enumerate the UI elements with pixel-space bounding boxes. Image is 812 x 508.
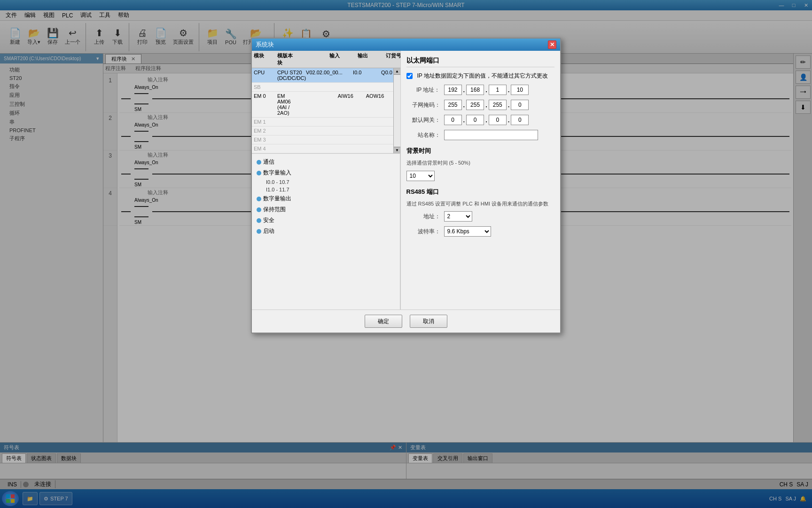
module-scrollbar[interactable]: ▲ ▼ <box>393 68 400 153</box>
ethernet-section-title: 以太网端口 <box>406 56 555 67</box>
rs485-addr-label: 地址： <box>406 213 444 221</box>
gateway-row: 默认网关： . . . <box>406 115 555 125</box>
input-em0: AIW16 <box>338 93 366 116</box>
col-version: 版本 <box>282 52 329 66</box>
slot-em1: EM 1 <box>254 119 277 125</box>
ip-seg-4[interactable] <box>511 85 529 95</box>
gateway-label: 默认网关： <box>406 116 444 124</box>
module-cpu: CPU ST20 (DC/DC/DC) <box>277 70 306 81</box>
module-row-sb[interactable]: SB <box>252 83 393 92</box>
nav-startup-bullet <box>257 229 261 234</box>
nav-security-label: 安全 <box>263 216 274 224</box>
nav-security-bullet <box>257 218 261 223</box>
gateway-dot-3: . <box>508 117 510 124</box>
nav-digital-input-label: 数字量输入 <box>263 169 291 177</box>
dialog-overlay: 系统块 ✕ 模块 模块 版本 输入 输出 订货号 <box>0 0 812 508</box>
subnet-seg-2[interactable] <box>466 100 484 110</box>
module-table-body: CPU CPU ST20 (DC/DC/DC) V02.02.00_00... … <box>252 68 400 153</box>
rs485-baud-select[interactable]: 9.6 Kbps 19.2 Kbps 38.4 Kbps 57.6 Kbps 1… <box>444 226 491 237</box>
cancel-button[interactable]: 取消 <box>410 315 447 328</box>
ip-label: IP 地址： <box>406 86 444 94</box>
rs485-addr-select[interactable]: 2 1 3 <box>444 211 472 222</box>
nav-io-117[interactable]: I1.0 - 11.7 <box>255 186 397 193</box>
rs485-baud-row: 波特率： 9.6 Kbps 19.2 Kbps 38.4 Kbps 57.6 K… <box>406 226 555 237</box>
input-cpu: I0.0 <box>353 70 381 81</box>
gateway-seg-4[interactable] <box>511 115 529 125</box>
rs485-desc: 通过 RS485 设置可调整 PLC 和 HMI 设备用来通信的通信参数 <box>406 200 555 208</box>
station-label: 站名称： <box>406 131 444 139</box>
slot-sb: SB <box>254 84 277 90</box>
gateway-seg-1[interactable] <box>444 115 462 125</box>
subnet-seg-1[interactable] <box>444 100 462 110</box>
bg-time-desc: 选择通信背景时间 (5 - 50%) <box>406 159 555 167</box>
ip-seg-2[interactable] <box>466 85 484 95</box>
subnet-label: 子网掩码： <box>406 101 444 109</box>
confirm-button[interactable]: 确定 <box>365 315 402 328</box>
slot-em3: EM 3 <box>254 137 277 143</box>
nav-startup-label: 启动 <box>263 227 274 235</box>
dialog-title: 系统块 <box>256 40 274 49</box>
nav-retain-bullet <box>257 207 261 212</box>
ip-dot-3: . <box>508 87 510 94</box>
subnet-dot-3: . <box>508 102 510 109</box>
nav-digital-output-bullet <box>257 197 261 201</box>
gateway-seg-2[interactable] <box>466 115 484 125</box>
col-order: 订货号 <box>386 52 400 66</box>
slot-cpu: CPU <box>254 70 277 81</box>
nav-digital-input-bullet <box>257 171 261 175</box>
version-cpu: V02.02.00_00... <box>306 70 353 81</box>
nav-startup[interactable]: 启动 <box>255 226 397 237</box>
ip-address-row: IP 地址： . . . <box>406 85 555 95</box>
subnet-dot-2: . <box>485 102 488 109</box>
dialog-titlebar: 系统块 ✕ <box>252 39 560 51</box>
dialog-close-button[interactable]: ✕ <box>548 40 556 49</box>
module-row-em4[interactable]: EM 4 <box>252 144 393 153</box>
bg-time-select[interactable]: 10 20 30 40 50 <box>406 171 435 181</box>
subnet-seg-4[interactable] <box>511 100 529 110</box>
col-slot: 模块 <box>254 52 277 66</box>
bg-time-row: 10 20 30 40 50 <box>406 171 555 181</box>
subnet-dot-1: . <box>463 102 466 109</box>
ip-seg-3[interactable] <box>489 85 507 95</box>
nav-retain[interactable]: 保持范围 <box>255 204 397 215</box>
version-em0 <box>291 93 338 116</box>
module-row-em2[interactable]: EM 2 <box>252 127 393 135</box>
ip-input-group: . . . <box>444 85 529 95</box>
nav-digital-input[interactable]: 数字量输入 <box>255 167 397 178</box>
module-table-header: 模块 模块 版本 输入 输出 订货号 <box>252 51 400 68</box>
module-row-em1[interactable]: EM 1 <box>252 118 393 127</box>
dialog-footer: 确定 取消 <box>252 310 560 333</box>
dialog-body: 模块 模块 版本 输入 输出 订货号 CPU CPU ST20 (DC/DC/D… <box>252 51 560 310</box>
subnet-seg-3[interactable] <box>489 100 507 110</box>
col-output: 输出 <box>358 52 386 66</box>
scroll-track-v <box>394 75 400 147</box>
module-grid-area: 模块 模块 版本 输入 输出 订货号 CPU CPU ST20 (DC/DC/D… <box>252 51 400 154</box>
ip-fixed-checkbox[interactable] <box>406 73 413 79</box>
scroll-up-btn[interactable]: ▲ <box>394 68 400 75</box>
nav-bullet-icon <box>257 160 261 165</box>
module-row-em3[interactable]: EM 3 <box>252 135 393 144</box>
nav-communication[interactable]: 通信 <box>255 157 397 167</box>
nav-security[interactable]: 安全 <box>255 215 397 226</box>
ip-seg-1[interactable] <box>444 85 462 95</box>
gateway-dot-1: . <box>463 117 466 124</box>
nav-digital-output[interactable]: 数字量输出 <box>255 193 397 204</box>
station-name-input[interactable] <box>444 130 538 140</box>
ip-dot-2: . <box>485 87 488 94</box>
gateway-seg-3[interactable] <box>489 115 507 125</box>
nav-tree: 通信 数字量输入 I0.0 - 10.7 I1.0 - 11.7 数字量输出 <box>252 154 400 310</box>
subnet-row: 子网掩码： . . . <box>406 100 555 110</box>
slot-em4: EM 4 <box>254 146 277 151</box>
output-cpu: Q0.0 <box>381 70 393 81</box>
module-row-cpu[interactable]: CPU CPU ST20 (DC/DC/DC) V02.02.00_00... … <box>252 68 393 83</box>
nav-io-07[interactable]: I0.0 - 10.7 <box>255 178 397 186</box>
dialog-left: 模块 模块 版本 输入 输出 订货号 CPU CPU ST20 (DC/DC/D… <box>252 51 401 310</box>
nav-digital-output-label: 数字量输出 <box>263 195 291 203</box>
subnet-input-group: . . . <box>444 100 529 110</box>
col-input: 输入 <box>329 52 358 66</box>
gateway-input-group: . . . <box>444 115 529 125</box>
ip-fixed-label: IP 地址数据固定为下面的值，不能通过其它方式更改 <box>417 72 548 80</box>
module-row-em0[interactable]: EM 0 EM AM06 (4AI / 2AO) AIW16 AOW16 6ES… <box>252 92 393 118</box>
scroll-down-btn[interactable]: ▼ <box>394 147 400 153</box>
rs485-addr-row: 地址： 2 1 3 <box>406 211 555 222</box>
